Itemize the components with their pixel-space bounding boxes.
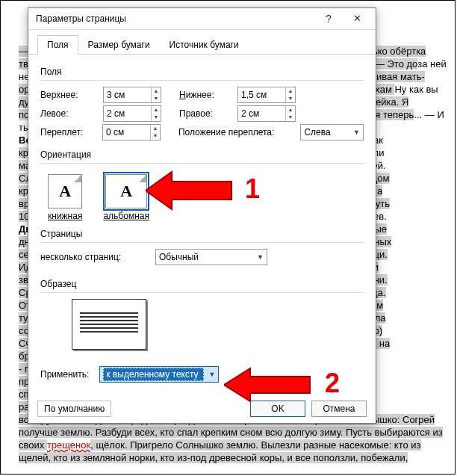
cancel-button[interactable]: Отмена: [311, 401, 367, 417]
margin-gutter-spinner[interactable]: ▲▼: [102, 124, 161, 140]
close-button[interactable]: ✕: [343, 8, 371, 29]
orientation-portrait[interactable]: A книжная: [48, 174, 82, 221]
spin-down-icon[interactable]: ▼: [286, 95, 295, 102]
apply-to-label: Применить:: [40, 369, 89, 380]
dialog-title: Параметры страницы: [36, 8, 314, 29]
margin-left-label: Левое:: [40, 108, 85, 119]
chevron-down-icon: ▼: [257, 253, 264, 261]
dialog-titlebar[interactable]: Параметры страницы ? ✕: [28, 8, 376, 30]
orientation-landscape-icon: A: [105, 174, 147, 208]
multi-pages-label: несколько страниц:: [40, 252, 145, 262]
gutter-position-value: Слева: [304, 127, 330, 137]
tab-paper-source[interactable]: Источник бумаги: [160, 35, 249, 55]
margin-gutter-input[interactable]: [103, 125, 150, 140]
multi-pages-value: Обычный: [159, 252, 199, 262]
margin-right-spinner[interactable]: ▲▼: [237, 105, 296, 122]
margin-top-spinner[interactable]: ▲▼: [103, 87, 161, 103]
help-button[interactable]: ?: [314, 8, 343, 29]
margin-bottom-spinner[interactable]: ▲▼: [237, 87, 296, 103]
ok-button[interactable]: OK: [250, 401, 305, 417]
apply-to-select[interactable]: к выделенному тексту ▼: [99, 366, 219, 383]
margin-left-spinner[interactable]: ▲▼: [103, 105, 161, 122]
spin-up-icon[interactable]: ▲: [286, 87, 295, 95]
margin-right-label: Правое:: [179, 108, 220, 119]
tabs: Поля Размер бумаги Источник бумаги: [28, 30, 376, 55]
tab-pane-margins: Поля Верхнее: ▲▼ Нижнее: ▲▼ Левое: ▲▼ Пр…: [28, 55, 376, 392]
group-preview-title: Образец: [40, 279, 364, 289]
group-margins-title: Поля: [40, 67, 364, 77]
group-orientation-title: Ориентация: [40, 149, 364, 160]
margin-top-input[interactable]: [104, 87, 151, 102]
apply-to-value: к выделенному тексту: [103, 368, 204, 381]
chevron-down-icon: ▼: [208, 371, 215, 378]
orientation-landscape[interactable]: A альбомная: [103, 174, 149, 221]
spin-up-icon[interactable]: ▲: [152, 106, 161, 114]
tab-margins[interactable]: Поля: [37, 35, 78, 55]
dialog-footer: По умолчанию OK Отмена: [37, 401, 367, 417]
multi-pages-select[interactable]: Обычный ▼: [155, 249, 267, 265]
spin-down-icon[interactable]: ▼: [152, 114, 161, 121]
margin-bottom-label: Нижнее:: [179, 90, 220, 100]
orientation-portrait-label: книжная: [48, 211, 82, 221]
group-pages-title: Страницы: [40, 229, 364, 239]
page-setup-dialog: Параметры страницы ? ✕ Поля Размер бумаг…: [28, 7, 376, 424]
orientation-portrait-icon: A: [48, 174, 82, 208]
gutter-position-select[interactable]: Слева ▼: [300, 124, 364, 140]
spin-down-icon[interactable]: ▼: [152, 95, 161, 102]
spin-down-icon[interactable]: ▼: [151, 132, 160, 140]
preview-icon: [72, 299, 146, 350]
spin-up-icon[interactable]: ▲: [286, 106, 295, 114]
gutter-position-label: Положение переплета:: [178, 127, 282, 137]
orientation-landscape-label: альбомная: [103, 211, 149, 221]
margin-top-label: Верхнее:: [40, 90, 85, 100]
chevron-down-icon: ▼: [353, 129, 360, 136]
margin-gutter-label: Переплет:: [40, 127, 84, 137]
margin-left-input[interactable]: [104, 106, 151, 121]
margin-bottom-input[interactable]: [238, 87, 285, 102]
margin-right-input[interactable]: [238, 106, 285, 121]
tab-paper-size[interactable]: Размер бумаги: [78, 35, 160, 55]
spin-up-icon[interactable]: ▲: [151, 125, 160, 132]
set-default-button[interactable]: По умолчанию: [37, 401, 111, 417]
spin-down-icon[interactable]: ▼: [286, 114, 295, 121]
spin-up-icon[interactable]: ▲: [152, 87, 161, 95]
